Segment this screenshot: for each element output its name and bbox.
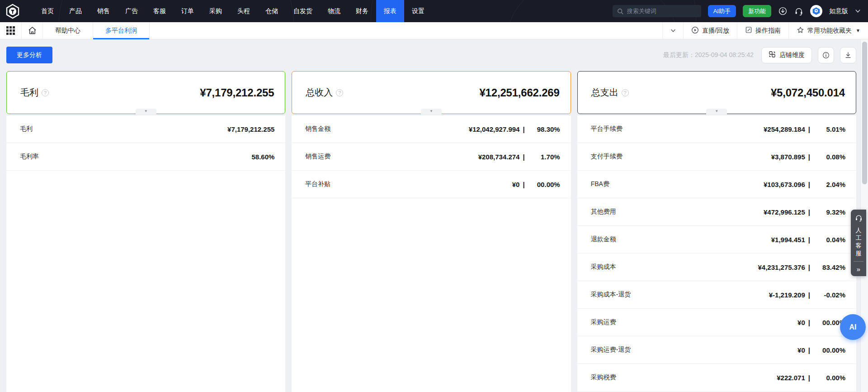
metric-label: FBA费 (591, 180, 609, 188)
customer-service-label: 人工客服 (855, 226, 862, 257)
topnav-menu-item[interactable]: 销售 (90, 0, 118, 22)
metric-percent: 0.00% (810, 374, 845, 382)
user-avatar[interactable] (810, 5, 822, 17)
main-menu: 首页产品销售广告客服订单采购头程仓储自发货物流财务报表设置 (33, 0, 432, 22)
collapse-card-button[interactable]: ▼ (421, 109, 442, 115)
topnav-menu-item[interactable]: 报表 (376, 0, 404, 22)
collapse-card-button[interactable]: ▼ (706, 109, 727, 115)
card-total-value: ¥12,251,662.269 (479, 86, 559, 99)
store-dimension-button[interactable]: 店铺维度 (761, 47, 812, 63)
card-total-value: ¥5,072,450.014 (771, 86, 845, 99)
dimension-switch-icon (769, 51, 776, 59)
new-features-button[interactable]: 新功能 (743, 5, 771, 17)
topnav-menu-item[interactable]: 订单 (174, 0, 202, 22)
home-icon[interactable] (22, 22, 43, 39)
scrollbar-thumb[interactable] (862, 42, 867, 184)
tab-帮助中心[interactable]: 帮助中心 (43, 22, 93, 39)
chevron-down-icon[interactable] (855, 8, 861, 14)
topnav-menu-item[interactable]: 广告 (118, 0, 146, 22)
customer-service-panel[interactable]: 人工客服 » (851, 210, 866, 276)
stat-card-header: 总收入 ? ¥12,251,662.269 ▼ (292, 71, 571, 114)
metric-percent: 1.70% (525, 153, 560, 161)
last-updated-text: 最后更新：2025-09-04 08:25:42 (663, 51, 754, 59)
metric-row: 采购税费 ¥222.071 | 0.00% (577, 364, 856, 392)
metric-percent: 5.01% (810, 125, 845, 133)
live-replay-link[interactable]: 直播/回放 (683, 22, 737, 39)
metric-row: 采购运费-退货 ¥0 | 00.00% (577, 336, 856, 364)
metric-row: 采购运费 ¥0 | 00.00% (577, 309, 856, 336)
operation-guide-label: 操作指南 (755, 27, 781, 35)
metric-label: 其他费用 (591, 208, 616, 216)
stat-cards: 毛利 ? ¥7,179,212.255 ▼ 毛利 ¥7,179,212.255 … (6, 71, 856, 392)
stat-card-body: 销售金额 ¥12,042,927.994 | 98.30% 销售运费 ¥208,… (292, 115, 571, 392)
card-title: 毛利 ? (20, 86, 49, 99)
metric-label: 采购运费 (591, 318, 616, 326)
metric-row: 支付手续费 ¥3,870.895 | 0.08% (577, 143, 856, 171)
metric-amount: ¥0 (797, 346, 805, 354)
caret-down-icon: ▼ (429, 110, 433, 113)
operation-guide-link[interactable]: 操作指南 (737, 22, 788, 39)
info-button[interactable] (818, 47, 834, 63)
card-title: 总支出 ? (591, 86, 629, 99)
caret-down-icon: ▼ (144, 110, 148, 113)
live-replay-label: 直播/回放 (702, 27, 729, 35)
help-icon[interactable]: ? (622, 89, 629, 96)
metric-label: 平台手续费 (591, 125, 623, 133)
topnav-menu-item[interactable]: 财务 (348, 0, 376, 22)
ai-fab-button[interactable]: AI (840, 314, 866, 340)
topnav-menu-item[interactable]: 采购 (202, 0, 230, 22)
topnav-menu-item[interactable]: 仓储 (258, 0, 286, 22)
topnav-menu-item[interactable]: 物流 (320, 0, 348, 22)
metric-percent: 98.30% (525, 125, 560, 133)
metric-amount: ¥222.071 (777, 374, 805, 382)
favorites-dropdown[interactable]: 常用功能收藏夹 ▼ (788, 22, 868, 39)
metric-amount: ¥3,870.895 (771, 153, 805, 161)
topnav-menu-item[interactable]: 客服 (146, 0, 174, 22)
metric-row: FBA费 ¥103,673.096 | 2.04% (577, 171, 856, 198)
star-icon (797, 26, 804, 35)
tab-多平台利润[interactable]: 多平台利润 (93, 22, 150, 39)
metric-percent: 0.04% (810, 236, 845, 244)
metric-label: 毛利率 (20, 153, 39, 161)
metric-row: 毛利率 58.60% (6, 143, 285, 171)
metric-amount: ¥0 (797, 319, 805, 326)
tabs-collapse-chevron-icon[interactable] (662, 22, 683, 39)
metric-amount: ¥0 (512, 181, 520, 188)
caret-down-icon: ▼ (715, 110, 718, 113)
search-input[interactable] (627, 8, 697, 14)
metric-percent: 00.00% (525, 181, 560, 188)
open-tabs: 帮助中心多平台利润 (43, 22, 150, 39)
ai-assistant-button[interactable]: AI助手 (708, 5, 736, 17)
collapse-panel-button[interactable]: » (851, 262, 866, 276)
metric-label: 平台补贴 (305, 180, 330, 188)
metric-label: 采购成本-退货 (591, 291, 631, 299)
metric-label: 采购运费-退货 (591, 346, 631, 354)
edition-label[interactable]: 如意版 (829, 7, 848, 15)
metric-amount: ¥472,996.125 (764, 208, 805, 216)
search-icon (617, 8, 623, 14)
collapse-card-button[interactable]: ▼ (136, 109, 156, 115)
global-search[interactable] (613, 5, 701, 17)
metric-row: 销售运费 ¥208,734.274 | 1.70% (292, 143, 571, 171)
topnav-menu-item[interactable]: 首页 (33, 0, 61, 22)
help-icon[interactable]: ? (42, 89, 49, 96)
topnav-menu-item[interactable]: 自发货 (286, 0, 320, 22)
metric-label: 销售金额 (305, 125, 330, 133)
headset-icon[interactable] (794, 7, 803, 16)
app-logo-icon[interactable] (5, 4, 20, 19)
more-analysis-button[interactable]: 更多分析 (6, 47, 52, 63)
tab-bar: 帮助中心多平台利润 直播/回放 操作指南 常用功能 (0, 22, 868, 39)
metric-label: 支付手续费 (591, 153, 623, 161)
metric-amount: ¥103,673.096 (764, 181, 805, 188)
card-title: 总收入 ? (306, 86, 343, 99)
help-icon[interactable]: ? (336, 89, 343, 96)
metric-row: 平台手续费 ¥254,289.184 | 5.01% (577, 115, 856, 143)
topnav-menu-item[interactable]: 头程 (230, 0, 258, 22)
topnav-menu-item[interactable]: 设置 (404, 0, 432, 22)
apps-grid-icon[interactable] (0, 22, 22, 39)
download-button[interactable] (840, 47, 856, 63)
topnav-menu-item[interactable]: 产品 (61, 0, 90, 22)
metric-row: 毛利 ¥7,179,212.255 (6, 115, 285, 143)
download-client-icon[interactable] (778, 6, 788, 16)
metric-amount: ¥12,042,927.994 (469, 125, 520, 133)
